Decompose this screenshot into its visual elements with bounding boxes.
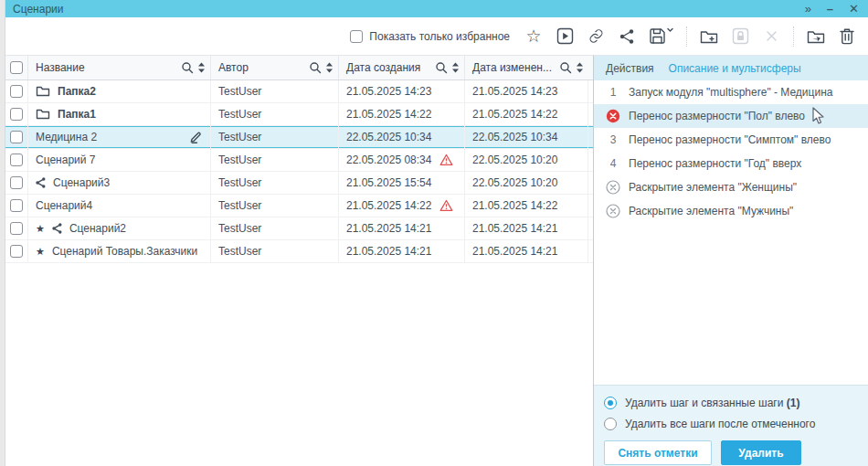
row-checkbox[interactable]	[10, 245, 23, 258]
minimize-icon[interactable]: –	[827, 0, 833, 17]
folder-icon	[36, 108, 50, 121]
move-to-folder-icon[interactable]	[807, 26, 825, 47]
table-row[interactable]: Сценарий4 TestUser 21.05.2025 14:22 21.0…	[5, 195, 593, 217]
share-icon[interactable]	[618, 26, 636, 47]
sort-icon[interactable]	[452, 62, 459, 73]
sort-icon[interactable]	[577, 62, 583, 73]
search-icon[interactable]	[435, 61, 448, 74]
shared-icon	[36, 177, 46, 188]
search-icon[interactable]	[309, 61, 322, 74]
toolbar: Показать только избранное ☆	[5, 17, 868, 55]
column-header-created[interactable]: Дата создания	[339, 56, 465, 79]
table-row-selected[interactable]: Медицина 2 TestUser 22.05.2025 10:34 22.…	[5, 126, 593, 149]
favorites-label: Показать только избранное	[369, 30, 510, 43]
actions-panel: Действия Описание и мультисферы 1 Запуск…	[593, 55, 868, 466]
table-row[interactable]: Папка1 TestUser 21.05.2025 14:22 21.05.2…	[5, 103, 593, 126]
favorite-star-icon[interactable]: ☆	[524, 26, 543, 47]
step-item[interactable]: 4 Перенос размерности "Год" вверх	[594, 152, 868, 175]
row-checkbox[interactable]	[10, 199, 23, 212]
table-empty-area	[5, 263, 593, 466]
toolbar-divider	[686, 26, 687, 47]
favorite-star-icon: ★	[36, 223, 45, 234]
table-row[interactable]: Сценарий3 TestUser 21.05.2025 15:54 22.0…	[5, 172, 593, 195]
delete-all-after-option[interactable]: Удалить все шаги после отмеченного	[604, 413, 859, 434]
more-chevrons-icon[interactable]: »	[805, 0, 811, 17]
table-header: Название Автор Дата создания Дата измене…	[5, 56, 593, 80]
window-title: Сценарии	[13, 3, 63, 16]
screen: Сценарии » – ✕ Показать только избранное…	[0, 0, 868, 466]
gray-cross-circle-icon[interactable]	[605, 180, 621, 195]
tab-description-multispheres[interactable]: Описание и мультисферы	[669, 62, 801, 75]
toolbar-divider	[793, 26, 794, 47]
step-item-marked[interactable]: Перенос размерности "Пол" влево	[594, 104, 868, 128]
gray-cross-circle-icon[interactable]	[605, 204, 621, 218]
titlebar[interactable]: Сценарии » – ✕	[5, 0, 868, 17]
step-item[interactable]: 3 Перенос размерности "Симптом" влево	[594, 128, 868, 152]
favorite-star-icon: ★	[36, 246, 45, 257]
radio-selected[interactable]	[604, 397, 617, 409]
folder-icon	[36, 85, 50, 98]
red-cross-circle-icon[interactable]	[605, 109, 621, 123]
scenarios-window: Сценарии » – ✕ Показать только избранное…	[5, 0, 868, 466]
shared-icon	[52, 223, 62, 234]
select-all-checkbox[interactable]	[10, 61, 23, 74]
delete-step-option[interactable]: Удалить шаг и связанные шаги (1)	[604, 392, 859, 413]
step-item[interactable]: Раскрытие элемента "Женщины"	[594, 175, 868, 199]
tab-actions[interactable]: Действия	[606, 62, 654, 75]
delete-options-section: Удалить шаг и связанные шаги (1) Удалить…	[594, 385, 868, 466]
scenarios-table: Название Автор Дата создания Дата измене…	[5, 55, 593, 466]
row-checkbox[interactable]	[10, 131, 23, 143]
run-play-icon[interactable]	[556, 26, 574, 47]
row-checkbox[interactable]	[10, 154, 23, 166]
column-header-name[interactable]: Название	[28, 56, 211, 79]
table-row[interactable]: Сценарий 7 TestUser 22.05.2025 08:34 22.…	[5, 149, 593, 172]
copy-link-icon[interactable]	[587, 26, 605, 47]
sort-icon[interactable]	[198, 62, 205, 73]
create-folder-icon[interactable]	[700, 26, 718, 47]
row-checkbox[interactable]	[10, 176, 23, 189]
table-row[interactable]: Папка2 TestUser 21.05.2025 14:23 21.05.2…	[5, 80, 593, 103]
table-row[interactable]: ★Сценарий2 TestUser 21.05.2025 14:21 21.…	[5, 217, 593, 240]
delete-cross-icon[interactable]	[762, 26, 780, 47]
delete-button[interactable]: Удалить	[721, 440, 801, 465]
sort-icon[interactable]	[326, 62, 333, 73]
save-button[interactable]	[649, 27, 673, 45]
steps-list: 1 Запуск модуля "multisphere" - Медицина…	[594, 80, 868, 223]
save-dropdown-chevron-icon	[667, 27, 673, 33]
radio-unselected[interactable]	[604, 418, 617, 430]
favorites-filter[interactable]: Показать только избранное	[350, 30, 510, 43]
panel-empty-area	[594, 223, 868, 385]
clear-marks-button[interactable]: Снять отметки	[604, 440, 712, 465]
step-item[interactable]: Раскрытие элемента "Мужчины"	[594, 199, 868, 223]
warning-icon	[439, 154, 453, 166]
favorites-checkbox[interactable]	[350, 30, 363, 43]
table-row[interactable]: ★Сценарий Товары.Заказчики TestUser 21.0…	[5, 240, 593, 263]
row-checkbox[interactable]	[10, 108, 23, 121]
mouse-cursor	[812, 107, 825, 128]
search-icon[interactable]	[559, 61, 572, 74]
trash-icon[interactable]	[838, 26, 856, 47]
panel-tabs: Действия Описание и мультисферы	[594, 56, 868, 80]
lock-icon[interactable]	[731, 26, 749, 47]
column-header-modified[interactable]: Дата изменен...	[465, 56, 588, 79]
column-header-author[interactable]: Автор	[211, 56, 339, 79]
edit-pencil-icon[interactable]	[188, 130, 203, 147]
warning-icon	[439, 199, 453, 212]
row-checkbox[interactable]	[10, 222, 23, 235]
search-icon[interactable]	[181, 61, 194, 74]
step-item[interactable]: 1 Запуск модуля "multisphere" - Медицина	[594, 80, 868, 104]
row-checkbox[interactable]	[10, 85, 23, 98]
close-icon[interactable]: ✕	[849, 0, 859, 17]
